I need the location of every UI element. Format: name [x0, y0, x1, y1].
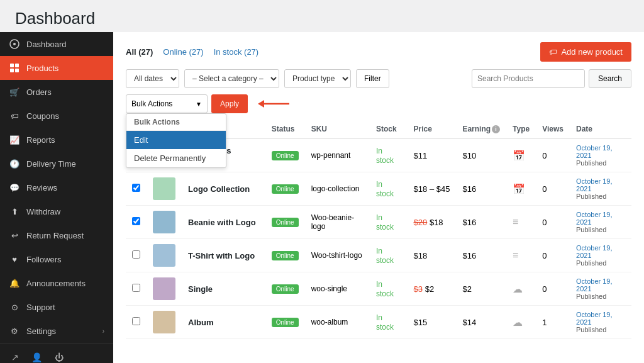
- followers-icon: ♥: [9, 254, 20, 265]
- product-date-cell: October 19, 2021Published: [570, 206, 631, 239]
- earning-value: $14: [462, 318, 476, 327]
- date-link[interactable]: October 19, 2021: [576, 211, 612, 226]
- th-type: Type: [506, 120, 536, 139]
- date-link[interactable]: October 19, 2021: [576, 277, 612, 293]
- product-type-filter[interactable]: Product type: [284, 69, 351, 88]
- product-name-link[interactable]: Beanie with Logo: [188, 218, 256, 227]
- filter-toolbar: All dates – Select a category – Product …: [126, 69, 631, 88]
- price-value: $2: [425, 284, 434, 294]
- search-button[interactable]: Search: [589, 69, 631, 88]
- apply-button[interactable]: Apply: [211, 94, 248, 113]
- earning-value: $16: [462, 218, 476, 227]
- sidebar-item-return-request[interactable]: ↩ Return Request: [0, 223, 113, 247]
- sidebar-item-products[interactable]: Products: [0, 56, 113, 80]
- sidebar-item-dashboard[interactable]: Dashboard: [0, 32, 113, 56]
- th-views[interactable]: Views: [536, 120, 570, 139]
- dashboard-icon: [9, 38, 20, 50]
- sidebar-item-delivery-time[interactable]: 🕐 Delivery Time: [0, 152, 113, 176]
- sidebar-item-support[interactable]: ⊙ Support: [0, 295, 113, 319]
- product-thumbnail: [153, 277, 175, 300]
- external-link-icon[interactable]: ↗: [8, 349, 23, 363]
- product-status-cell: Online: [265, 239, 305, 272]
- date-status: Published: [576, 259, 606, 267]
- sidebar-item-withdraw[interactable]: ⬆ Withdraw: [0, 199, 113, 223]
- sidebar-item-orders[interactable]: 🛒 Orders: [0, 80, 113, 104]
- product-stock-cell: In stock: [370, 139, 408, 172]
- price-value: $15: [414, 318, 428, 327]
- earning-info-icon[interactable]: i: [492, 125, 500, 133]
- bulk-actions-dropdown[interactable]: Bulk Actions ▼: [126, 94, 208, 113]
- stock-value: In stock: [376, 280, 394, 298]
- product-status-cell: Online: [265, 172, 305, 206]
- product-name-link[interactable]: Logo Collection: [188, 184, 250, 194]
- withdraw-icon: ⬆: [9, 206, 20, 217]
- product-date-cell: October 19, 2021Published: [570, 272, 631, 306]
- svg-marker-7: [258, 100, 264, 108]
- product-name-link[interactable]: Single: [188, 284, 213, 294]
- th-date[interactable]: Date: [570, 120, 631, 139]
- sidebar-label-coupons: Coupons: [26, 111, 59, 121]
- th-stock[interactable]: Stock: [370, 120, 408, 139]
- status-badge: Online: [272, 318, 299, 327]
- add-product-button[interactable]: 🏷 Add new product: [540, 42, 631, 62]
- product-name-cell: Album: [182, 306, 265, 339]
- tab-in-stock[interactable]: In stock (27): [214, 47, 259, 57]
- sidebar-item-reports[interactable]: 📈 Reports: [0, 128, 113, 152]
- filter-button[interactable]: Filter: [356, 69, 389, 88]
- svg-rect-4: [10, 69, 14, 72]
- product-sku-cell: woo-single: [305, 272, 370, 306]
- calendar-icon: 📅: [513, 184, 525, 194]
- product-name-link[interactable]: T-Shirt with Logo: [188, 251, 255, 260]
- row-checkbox[interactable]: [132, 317, 140, 325]
- top-bar: All (27) Online (27) In stock (27) 🏷 Add…: [126, 42, 631, 62]
- orders-icon: 🛒: [9, 86, 20, 98]
- sidebar-item-settings[interactable]: ⚙ Settings ›: [0, 319, 113, 343]
- tab-all[interactable]: All (27): [126, 47, 153, 57]
- user-icon[interactable]: 👤: [28, 349, 46, 363]
- sidebar-item-announcements[interactable]: 🔔 Announcements: [0, 271, 113, 295]
- chevron-down-icon: ▼: [196, 101, 202, 108]
- date-status: Published: [576, 293, 606, 300]
- th-sku[interactable]: SKU: [305, 120, 370, 139]
- tab-online[interactable]: Online (27): [163, 47, 203, 57]
- row-checkbox-cell: [126, 206, 147, 239]
- products-icon: [9, 62, 20, 74]
- price-value: $18 – $45: [414, 184, 450, 194]
- date-link[interactable]: October 19, 2021: [576, 144, 612, 159]
- sidebar-item-coupons[interactable]: 🏷 Coupons: [0, 104, 113, 128]
- date-link[interactable]: October 19, 2021: [576, 177, 612, 193]
- row-checkbox[interactable]: [132, 250, 140, 259]
- table-row: Logo CollectionOnlinelogo-collectionIn s…: [126, 172, 631, 206]
- sidebar-label-withdraw: Withdraw: [26, 207, 60, 216]
- row-checkbox[interactable]: [132, 184, 140, 192]
- row-checkbox-cell: [126, 239, 147, 272]
- status-badge: Online: [272, 218, 299, 227]
- page-title: Dashboard: [0, 0, 644, 32]
- row-checkbox[interactable]: [132, 284, 140, 292]
- date-link[interactable]: October 19, 2021: [576, 244, 612, 259]
- row-checkbox[interactable]: [132, 217, 140, 225]
- product-stock-cell: In stock: [370, 306, 408, 339]
- search-input[interactable]: [472, 69, 585, 88]
- product-thumbnail-cell: [147, 206, 182, 239]
- th-price[interactable]: Price: [408, 120, 457, 139]
- status-badge: Online: [272, 151, 299, 160]
- sidebar: Dashboard Products 🛒 Orders 🏷 Coupons 📈 …: [0, 32, 113, 363]
- bulk-menu-delete[interactable]: Delete Permanently: [126, 149, 226, 167]
- product-name-link[interactable]: Album: [188, 318, 213, 327]
- date-link[interactable]: October 19, 2021: [576, 311, 612, 326]
- row-checkbox-cell: [126, 272, 147, 306]
- svg-rect-2: [10, 64, 14, 67]
- bulk-menu-edit[interactable]: Edit: [126, 131, 226, 149]
- date-status: Published: [576, 159, 606, 167]
- product-price-cell: $18: [408, 239, 457, 272]
- power-icon[interactable]: ⏻: [51, 349, 67, 363]
- product-type-cell: 📅: [506, 172, 536, 206]
- category-filter[interactable]: – Select a category –: [184, 69, 279, 88]
- sidebar-item-reviews[interactable]: 💬 Reviews: [0, 176, 113, 199]
- product-name-cell: Logo Collection: [182, 172, 265, 206]
- product-views-cell: 0: [536, 272, 570, 306]
- sidebar-item-followers[interactable]: ♥ Followers: [0, 247, 113, 271]
- search-area: Search: [472, 69, 631, 88]
- date-filter[interactable]: All dates: [126, 69, 179, 88]
